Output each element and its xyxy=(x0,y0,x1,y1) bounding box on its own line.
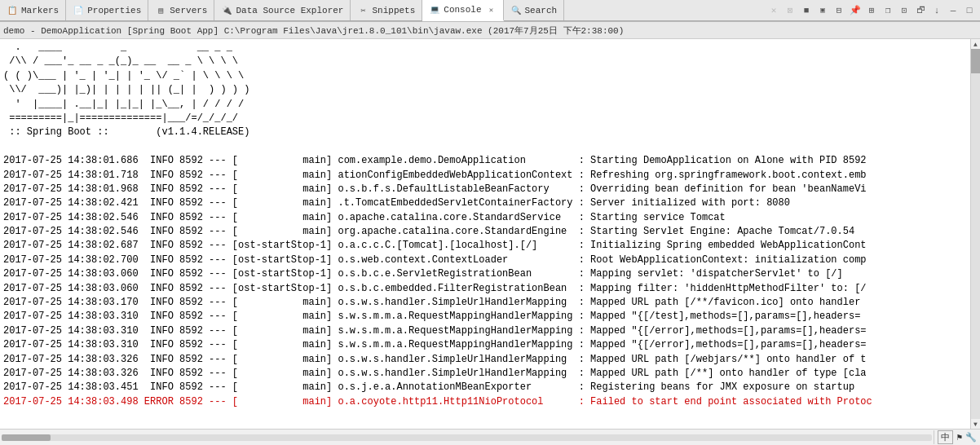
status-bar: demo - DemoApplication [Spring Boot App]… xyxy=(0,21,980,39)
copy-button[interactable]: ❐ xyxy=(881,3,895,18)
arrow-down-button[interactable]: ↓ xyxy=(929,3,944,18)
h-scrollbar-track xyxy=(2,434,932,441)
tab-markers[interactable]: 📋 Markers xyxy=(0,0,66,20)
pin-button[interactable]: 📌 xyxy=(848,3,863,18)
markers-icon: 📋 xyxy=(7,5,18,16)
search-icon: 🔍 xyxy=(510,5,522,16)
horizontal-scrollbar[interactable] xyxy=(0,433,934,443)
console-icon: 💻 xyxy=(429,4,440,15)
new-console-button[interactable]: ⊞ xyxy=(864,3,879,18)
stop-button[interactable]: ■ xyxy=(799,3,814,18)
datasource-icon: 🔌 xyxy=(221,5,232,16)
bottom-bar: 中 ⚑ 🔧 xyxy=(0,429,980,445)
console-wrapper: . ____ _ __ _ _ /\\ / ___'_ __ _ _(_)_ _… xyxy=(0,39,980,429)
toolbar-right: ✕ ⊠ ■ ▣ ⊟ 📌 ⊞ ❐ ⊡ 🗗 ↓ — □ xyxy=(763,0,980,20)
tab-datasource-label: Data Source Explorer xyxy=(236,6,343,15)
servers-icon: ▤ xyxy=(155,5,166,16)
tab-bar: 📋 Markers 📄 Properties ▤ Servers 🔌 Data … xyxy=(0,0,980,21)
expand-button[interactable]: 🗗 xyxy=(913,3,928,18)
vertical-scrollbar[interactable]: ▲ ▼ xyxy=(970,39,980,429)
tab-properties-label: Properties xyxy=(87,6,141,15)
tab-snippets[interactable]: ✂ Snippets xyxy=(351,0,422,20)
h-scrollbar-thumb[interactable] xyxy=(2,434,51,441)
scroll-track xyxy=(971,49,980,419)
tab-servers[interactable]: ▤ Servers xyxy=(148,0,214,20)
lang-label[interactable]: 中 xyxy=(938,430,953,444)
console-content[interactable]: . ____ _ __ _ _ /\\ / ___'_ __ _ _(_)_ _… xyxy=(0,39,970,429)
maximize-button[interactable]: □ xyxy=(962,3,977,18)
tab-snippets-label: Snippets xyxy=(372,6,415,15)
tab-search[interactable]: 🔍 Search xyxy=(504,0,565,20)
tab-markers-label: Markers xyxy=(21,6,59,15)
flag-icon[interactable]: ⚑ xyxy=(956,432,962,443)
tab-properties[interactable]: 📄 Properties xyxy=(66,0,148,20)
minimize-button[interactable]: — xyxy=(946,3,960,18)
scroll-up-button[interactable]: ▲ xyxy=(971,39,981,49)
scroll-thumb[interactable] xyxy=(971,49,980,73)
snippets-icon: ✂ xyxy=(357,5,369,16)
tab-datasource[interactable]: 🔌 Data Source Explorer xyxy=(214,0,351,20)
status-text: demo - DemoApplication [Spring Boot App]… xyxy=(3,24,624,37)
scroll-down-button[interactable]: ▼ xyxy=(971,419,981,429)
tab-servers-label: Servers xyxy=(170,6,207,15)
properties-icon: 📄 xyxy=(73,5,84,16)
disconnect-button[interactable]: ⊠ xyxy=(783,3,797,18)
scroll-lock-button[interactable]: ⊟ xyxy=(832,3,846,18)
tab-search-label: Search xyxy=(525,6,558,15)
wrench-icon[interactable]: 🔧 xyxy=(965,432,977,443)
tab-console[interactable]: 💻 Console ✕ xyxy=(422,0,503,21)
terminate-button[interactable]: ✕ xyxy=(766,3,781,18)
tab-console-label: Console xyxy=(444,5,481,15)
clear-button[interactable]: ▣ xyxy=(815,3,830,18)
console-close-icon[interactable]: ✕ xyxy=(487,5,497,15)
collapse-button[interactable]: ⊡ xyxy=(897,3,912,18)
bottom-right-icons: 中 ⚑ 🔧 xyxy=(934,430,980,444)
